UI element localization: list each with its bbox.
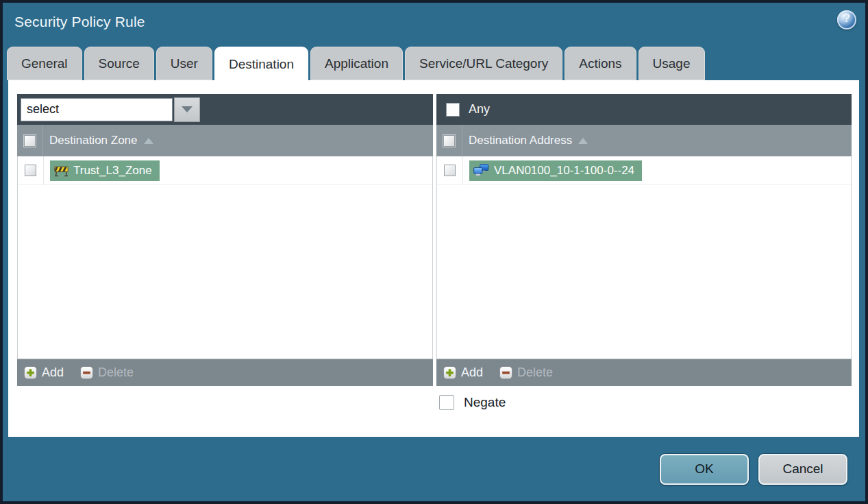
negate-row: Negate — [439, 395, 859, 410]
tab-bar: General Source User Destination Applicat… — [7, 47, 705, 80]
negate-checkbox[interactable] — [439, 395, 454, 410]
zone-table-body: Trust_L3_Zone — [17, 156, 433, 359]
zone-footer: Add Delete — [17, 359, 433, 386]
tab-service-url-category[interactable]: Service/URL Category — [405, 47, 562, 80]
minus-icon — [499, 366, 512, 379]
plus-icon — [443, 366, 456, 379]
destination-zone-panel: Destination Zone — [17, 94, 433, 386]
zone-entry[interactable]: Trust_L3_Zone — [50, 160, 160, 181]
ok-button[interactable]: OK — [660, 454, 749, 485]
tab-user[interactable]: User — [156, 47, 212, 80]
zone-select-input[interactable] — [21, 98, 173, 121]
dialog-footer: OK Cancel — [3, 437, 865, 501]
address-table-row: VLAN0100_10-1-100-0--24 — [437, 156, 851, 185]
address-delete-button[interactable]: Delete — [499, 365, 553, 380]
address-toolbar: Any — [436, 94, 852, 125]
address-table-header: Destination Address — [436, 125, 852, 156]
zone-icon — [54, 165, 69, 177]
negate-label: Negate — [464, 395, 506, 410]
address-header-checkbox[interactable] — [443, 135, 455, 147]
help-icon[interactable] — [837, 10, 856, 29]
any-checkbox[interactable] — [446, 103, 460, 117]
tab-source[interactable]: Source — [84, 47, 154, 80]
plus-icon — [24, 366, 37, 379]
cancel-button[interactable]: Cancel — [758, 454, 847, 485]
tab-usage[interactable]: Usage — [638, 47, 705, 80]
zone-add-button[interactable]: Add — [24, 365, 64, 380]
tab-general[interactable]: General — [7, 47, 82, 80]
tab-application[interactable]: Application — [310, 47, 403, 80]
zone-delete-button[interactable]: Delete — [80, 365, 134, 380]
tab-destination[interactable]: Destination — [214, 47, 308, 82]
tab-actions[interactable]: Actions — [565, 47, 636, 80]
address-row-checkbox[interactable] — [444, 165, 456, 176]
sort-ascending-icon[interactable] — [578, 138, 588, 144]
address-footer: Add Delete — [436, 359, 852, 386]
destination-address-panel: Any Destination Address — [436, 94, 852, 386]
sort-ascending-icon[interactable] — [144, 138, 153, 144]
security-policy-rule-dialog: Security Policy Rule General Source User… — [0, 0, 868, 504]
destination-tab-content: Destination Zone — [8, 80, 859, 437]
titlebar: Security Policy Rule — [3, 3, 865, 47]
zone-table-row: Trust_L3_Zone — [18, 156, 432, 185]
network-icon — [473, 164, 489, 177]
zone-toolbar — [17, 94, 433, 125]
zone-column-label[interactable]: Destination Zone — [49, 134, 138, 147]
address-entry[interactable]: VLAN0100_10-1-100-0--24 — [469, 160, 642, 181]
address-add-button[interactable]: Add — [443, 365, 483, 380]
address-label: VLAN0100_10-1-100-0--24 — [494, 164, 634, 178]
chevron-down-icon — [182, 106, 193, 112]
minus-icon — [80, 366, 93, 379]
dialog-title: Security Policy Rule — [14, 14, 145, 30]
zone-row-checkbox[interactable] — [25, 165, 36, 176]
zone-select-dropdown-button[interactable] — [174, 97, 200, 122]
address-column-label[interactable]: Destination Address — [469, 134, 572, 147]
zone-label: Trust_L3_Zone — [73, 164, 152, 178]
zone-table-header: Destination Zone — [17, 125, 433, 156]
address-table-body: VLAN0100_10-1-100-0--24 — [436, 156, 852, 359]
any-label: Any — [469, 102, 490, 117]
zone-header-checkbox[interactable] — [24, 135, 36, 147]
